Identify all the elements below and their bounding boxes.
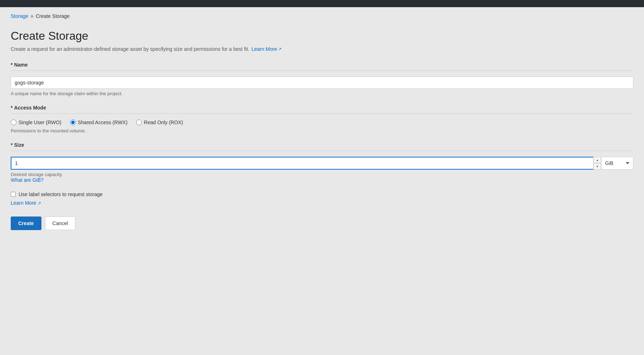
- page-description: Create a request for an administrator-de…: [11, 46, 633, 52]
- learn-more-label-bottom: Learn More: [11, 200, 36, 206]
- access-mode-section: * Access Mode Single User (RWO) Shared A…: [11, 105, 633, 133]
- access-mode-label-text: Access Mode: [14, 105, 46, 111]
- size-divider: [11, 151, 633, 151]
- name-divider: [11, 70, 633, 71]
- learn-more-label-top: Learn More: [252, 46, 277, 52]
- radio-rox[interactable]: [136, 120, 142, 125]
- size-input[interactable]: [11, 157, 601, 170]
- name-section: * Name A unique name for the storage cla…: [11, 62, 633, 96]
- top-bar: [0, 0, 644, 7]
- name-label-text: Name: [14, 62, 28, 68]
- radio-rox-label: Read Only (ROX): [144, 120, 183, 125]
- page-description-text: Create a request for an administrator-de…: [11, 46, 249, 52]
- name-hint: A unique name for the storage claim with…: [11, 91, 633, 96]
- page-title: Create Storage: [11, 29, 633, 43]
- main-content: Create Storage Create a request for an a…: [0, 22, 644, 244]
- unit-select[interactable]: MiB GiB TiB: [601, 157, 633, 170]
- size-input-wrapper: ▲ ▼: [11, 157, 601, 170]
- size-label-text: Size: [14, 142, 24, 148]
- create-button[interactable]: Create: [11, 217, 41, 230]
- learn-more-link-top[interactable]: Learn More ↗: [252, 46, 282, 52]
- size-label: * Size: [11, 142, 633, 148]
- access-mode-divider: [11, 113, 633, 114]
- size-required-star: *: [11, 142, 13, 148]
- radio-option-rox[interactable]: Read Only (ROX): [136, 120, 183, 125]
- breadcrumb: Storage » Create Storage: [0, 7, 644, 22]
- label-selectors-checkbox[interactable]: [11, 192, 16, 197]
- external-link-icon-top: ↗: [278, 47, 282, 52]
- radio-rwx[interactable]: [70, 120, 76, 125]
- radio-option-rwx[interactable]: Shared Access (RWX): [70, 120, 128, 125]
- label-selectors-section: Use label selectors to request storage L…: [11, 191, 633, 206]
- size-decrement-button[interactable]: ▼: [594, 163, 601, 170]
- name-input[interactable]: [11, 77, 633, 89]
- gib-link[interactable]: What are GiB?: [11, 177, 44, 183]
- name-required-star: *: [11, 62, 13, 68]
- size-increment-button[interactable]: ▲: [594, 157, 601, 163]
- external-link-icon-bottom: ↗: [38, 201, 41, 206]
- breadcrumb-current: Create Storage: [36, 13, 70, 19]
- size-row: ▲ ▼ MiB GiB TiB: [11, 157, 633, 170]
- label-selectors-label[interactable]: Use label selectors to request storage: [19, 191, 103, 197]
- label-selectors-checkbox-row: Use label selectors to request storage: [11, 191, 633, 197]
- size-hint: Desired storage capacity.: [11, 172, 633, 177]
- cancel-button[interactable]: Cancel: [45, 217, 76, 230]
- breadcrumb-separator: »: [30, 13, 34, 19]
- radio-rwx-label: Shared Access (RWX): [78, 120, 128, 125]
- name-label: * Name: [11, 62, 633, 68]
- breadcrumb-storage-link[interactable]: Storage: [11, 13, 28, 19]
- radio-rwo-label: Single User (RWO): [19, 120, 61, 125]
- radio-option-rwo[interactable]: Single User (RWO): [11, 120, 61, 125]
- access-mode-radio-group: Single User (RWO) Shared Access (RWX) Re…: [11, 120, 633, 125]
- access-mode-label: * Access Mode: [11, 105, 633, 111]
- size-section: * Size ▲ ▼ MiB GiB TiB Desired storage c…: [11, 142, 633, 183]
- size-spinner: ▲ ▼: [593, 157, 601, 170]
- learn-more-link-bottom[interactable]: Learn More ↗: [11, 200, 41, 206]
- button-row: Create Cancel: [11, 217, 633, 230]
- radio-rwo[interactable]: [11, 120, 16, 125]
- access-mode-required-star: *: [11, 105, 13, 111]
- access-mode-hint: Permissions to the mounted volume.: [11, 128, 633, 133]
